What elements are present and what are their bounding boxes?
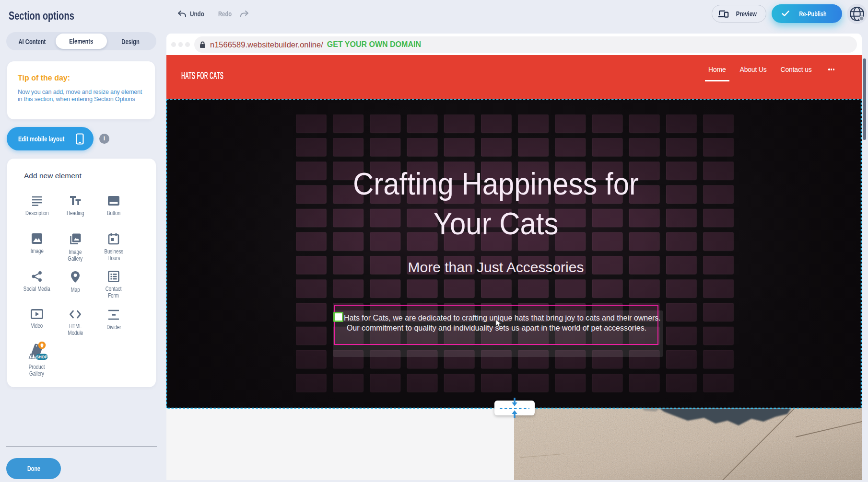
svg-text:SHOP: SHOP [36, 355, 47, 359]
